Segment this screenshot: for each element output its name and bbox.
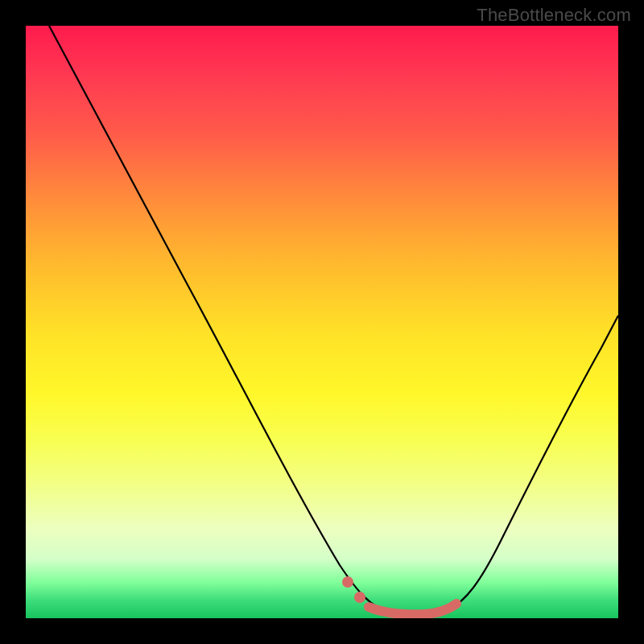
highlight-segment — [369, 604, 456, 614]
highlight-region — [342, 576, 456, 614]
watermark-text: TheBottleneck.com — [477, 5, 631, 26]
highlight-dot — [354, 592, 365, 603]
highlight-dot — [342, 576, 353, 588]
plot-svg — [26, 26, 618, 618]
chart-frame: TheBottleneck.com — [0, 0, 644, 644]
plot-area — [26, 26, 618, 618]
bottleneck-curve — [49, 26, 618, 613]
